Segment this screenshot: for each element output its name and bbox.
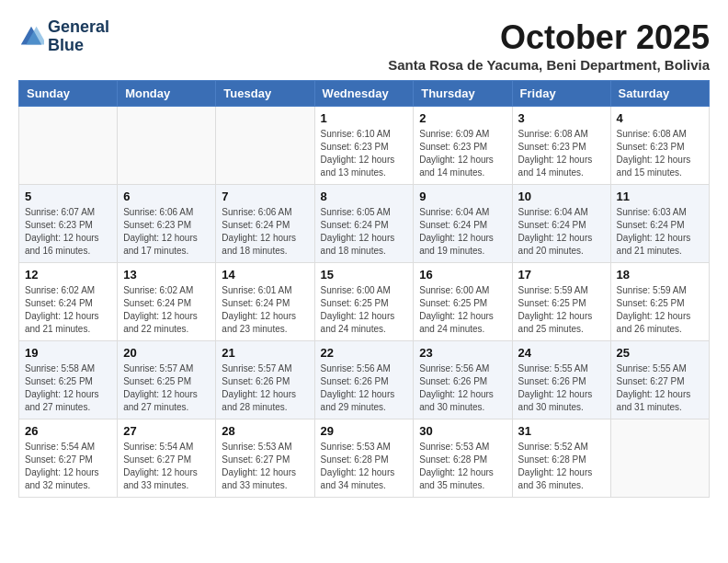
calendar-week-row: 19Sunrise: 5:58 AM Sunset: 6:25 PM Dayli…: [19, 341, 710, 419]
day-number: 4: [617, 111, 703, 125]
weekday-header: Thursday: [414, 81, 512, 107]
calendar-cell: 20Sunrise: 5:57 AM Sunset: 6:25 PM Dayli…: [118, 341, 216, 419]
day-number: 2: [419, 111, 506, 125]
calendar-cell: 1Sunrise: 6:10 AM Sunset: 6:23 PM Daylig…: [314, 107, 414, 185]
day-number: 1: [321, 111, 408, 125]
calendar-cell: 7Sunrise: 6:06 AM Sunset: 6:24 PM Daylig…: [216, 185, 314, 263]
day-info: Sunrise: 6:04 AM Sunset: 6:24 PM Dayligh…: [419, 206, 506, 258]
day-number: 7: [222, 190, 308, 203]
day-number: 13: [123, 268, 210, 282]
day-info: Sunrise: 5:57 AM Sunset: 6:26 PM Dayligh…: [222, 362, 308, 414]
day-info: Sunrise: 5:56 AM Sunset: 6:26 PM Dayligh…: [419, 362, 506, 414]
calendar-cell: 13Sunrise: 6:02 AM Sunset: 6:24 PM Dayli…: [118, 263, 216, 341]
calendar-cell: [216, 107, 314, 185]
weekday-header: Saturday: [610, 81, 709, 107]
day-info: Sunrise: 5:53 AM Sunset: 6:28 PM Dayligh…: [321, 441, 408, 492]
day-number: 17: [518, 268, 605, 282]
day-info: Sunrise: 6:00 AM Sunset: 6:25 PM Dayligh…: [419, 284, 506, 336]
month-title: October 2025: [388, 18, 710, 57]
weekday-header: Wednesday: [314, 81, 414, 107]
title-block: October 2025 Santa Rosa de Yacuma, Beni …: [388, 18, 710, 73]
calendar-cell: 30Sunrise: 5:53 AM Sunset: 6:28 PM Dayli…: [414, 419, 512, 498]
logo: General Blue: [18, 18, 109, 55]
day-info: Sunrise: 6:09 AM Sunset: 6:23 PM Dayligh…: [419, 128, 506, 179]
day-info: Sunrise: 5:53 AM Sunset: 6:27 PM Dayligh…: [222, 441, 308, 492]
location-subtitle: Santa Rosa de Yacuma, Beni Department, B…: [388, 57, 710, 73]
calendar-cell: 4Sunrise: 6:08 AM Sunset: 6:23 PM Daylig…: [610, 107, 709, 185]
calendar-cell: [118, 107, 216, 185]
calendar-cell: 16Sunrise: 6:00 AM Sunset: 6:25 PM Dayli…: [414, 263, 512, 341]
calendar-cell: 21Sunrise: 5:57 AM Sunset: 6:26 PM Dayli…: [216, 341, 314, 419]
calendar-cell: 9Sunrise: 6:04 AM Sunset: 6:24 PM Daylig…: [414, 185, 512, 263]
day-info: Sunrise: 6:01 AM Sunset: 6:24 PM Dayligh…: [222, 284, 308, 336]
day-info: Sunrise: 6:02 AM Sunset: 6:24 PM Dayligh…: [25, 284, 111, 336]
day-number: 31: [518, 424, 605, 438]
day-info: Sunrise: 5:59 AM Sunset: 6:25 PM Dayligh…: [518, 284, 605, 336]
day-number: 16: [419, 268, 506, 282]
calendar-cell: 3Sunrise: 6:08 AM Sunset: 6:23 PM Daylig…: [512, 107, 610, 185]
day-number: 20: [123, 346, 210, 360]
calendar-cell: 23Sunrise: 5:56 AM Sunset: 6:26 PM Dayli…: [414, 341, 512, 419]
calendar-cell: 15Sunrise: 6:00 AM Sunset: 6:25 PM Dayli…: [314, 263, 414, 341]
calendar-week-row: 1Sunrise: 6:10 AM Sunset: 6:23 PM Daylig…: [19, 107, 710, 185]
day-number: 3: [518, 111, 605, 125]
day-info: Sunrise: 6:05 AM Sunset: 6:24 PM Dayligh…: [321, 206, 408, 258]
day-number: 28: [222, 424, 308, 438]
day-info: Sunrise: 6:04 AM Sunset: 6:24 PM Dayligh…: [518, 206, 605, 258]
calendar-cell: 28Sunrise: 5:53 AM Sunset: 6:27 PM Dayli…: [216, 419, 314, 498]
calendar-week-row: 5Sunrise: 6:07 AM Sunset: 6:23 PM Daylig…: [19, 185, 710, 263]
weekday-header: Sunday: [19, 81, 118, 107]
day-number: 21: [222, 346, 308, 360]
calendar-cell: 2Sunrise: 6:09 AM Sunset: 6:23 PM Daylig…: [414, 107, 512, 185]
day-number: 11: [617, 190, 703, 203]
day-info: Sunrise: 6:03 AM Sunset: 6:24 PM Dayligh…: [617, 206, 703, 258]
day-number: 8: [321, 190, 408, 203]
day-info: Sunrise: 5:54 AM Sunset: 6:27 PM Dayligh…: [25, 441, 111, 492]
day-info: Sunrise: 5:55 AM Sunset: 6:27 PM Dayligh…: [617, 362, 703, 414]
calendar-cell: 17Sunrise: 5:59 AM Sunset: 6:25 PM Dayli…: [512, 263, 610, 341]
calendar-header-row: SundayMondayTuesdayWednesdayThursdayFrid…: [19, 81, 710, 107]
calendar-cell: 18Sunrise: 5:59 AM Sunset: 6:25 PM Dayli…: [610, 263, 709, 341]
weekday-header: Monday: [118, 81, 216, 107]
calendar-week-row: 12Sunrise: 6:02 AM Sunset: 6:24 PM Dayli…: [19, 263, 710, 341]
calendar-table: SundayMondayTuesdayWednesdayThursdayFrid…: [18, 80, 710, 498]
day-info: Sunrise: 5:53 AM Sunset: 6:28 PM Dayligh…: [419, 441, 506, 492]
calendar-cell: 12Sunrise: 6:02 AM Sunset: 6:24 PM Dayli…: [19, 263, 118, 341]
calendar-cell: 11Sunrise: 6:03 AM Sunset: 6:24 PM Dayli…: [610, 185, 709, 263]
weekday-header: Friday: [512, 81, 610, 107]
day-info: Sunrise: 5:55 AM Sunset: 6:26 PM Dayligh…: [518, 362, 605, 414]
day-number: 30: [419, 424, 506, 438]
day-info: Sunrise: 6:00 AM Sunset: 6:25 PM Dayligh…: [321, 284, 408, 336]
day-info: Sunrise: 6:06 AM Sunset: 6:24 PM Dayligh…: [222, 206, 308, 258]
day-info: Sunrise: 5:59 AM Sunset: 6:25 PM Dayligh…: [617, 284, 703, 336]
page-header: General Blue October 2025 Santa Rosa de …: [18, 18, 710, 73]
calendar-cell: 26Sunrise: 5:54 AM Sunset: 6:27 PM Dayli…: [19, 419, 118, 498]
day-info: Sunrise: 5:56 AM Sunset: 6:26 PM Dayligh…: [321, 362, 408, 414]
day-number: 23: [419, 346, 506, 360]
logo-line1: General: [48, 18, 109, 37]
calendar-cell: 6Sunrise: 6:06 AM Sunset: 6:23 PM Daylig…: [118, 185, 216, 263]
day-number: 5: [25, 190, 111, 203]
calendar-cell: 14Sunrise: 6:01 AM Sunset: 6:24 PM Dayli…: [216, 263, 314, 341]
calendar-cell: 8Sunrise: 6:05 AM Sunset: 6:24 PM Daylig…: [314, 185, 414, 263]
weekday-header: Tuesday: [216, 81, 314, 107]
day-info: Sunrise: 6:08 AM Sunset: 6:23 PM Dayligh…: [617, 128, 703, 179]
day-number: 24: [518, 346, 605, 360]
calendar-cell: 5Sunrise: 6:07 AM Sunset: 6:23 PM Daylig…: [19, 185, 118, 263]
logo-icon: [18, 24, 44, 50]
day-info: Sunrise: 6:02 AM Sunset: 6:24 PM Dayligh…: [123, 284, 210, 336]
calendar-cell: 22Sunrise: 5:56 AM Sunset: 6:26 PM Dayli…: [314, 341, 414, 419]
day-number: 14: [222, 268, 308, 282]
day-number: 15: [321, 268, 408, 282]
calendar-cell: 27Sunrise: 5:54 AM Sunset: 6:27 PM Dayli…: [118, 419, 216, 498]
calendar-cell: [610, 419, 709, 498]
day-number: 9: [419, 190, 506, 203]
day-number: 12: [25, 268, 111, 282]
calendar-cell: 31Sunrise: 5:52 AM Sunset: 6:28 PM Dayli…: [512, 419, 610, 498]
calendar-cell: 10Sunrise: 6:04 AM Sunset: 6:24 PM Dayli…: [512, 185, 610, 263]
day-number: 25: [617, 346, 703, 360]
calendar-cell: 25Sunrise: 5:55 AM Sunset: 6:27 PM Dayli…: [610, 341, 709, 419]
day-info: Sunrise: 5:57 AM Sunset: 6:25 PM Dayligh…: [123, 362, 210, 414]
calendar-cell: 29Sunrise: 5:53 AM Sunset: 6:28 PM Dayli…: [314, 419, 414, 498]
day-number: 18: [617, 268, 703, 282]
